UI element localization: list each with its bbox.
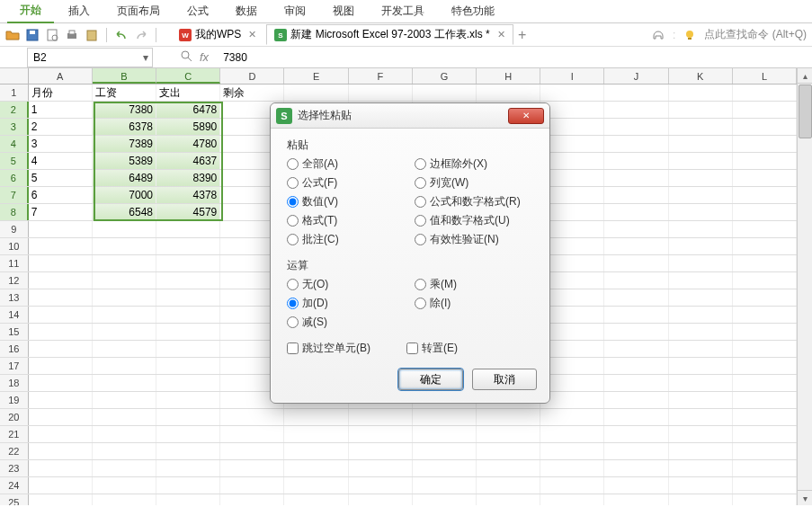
operation-group-label: 运算 [287, 258, 537, 273]
radio-comment[interactable]: 批注(C) [287, 232, 406, 247]
ok-button[interactable]: 确定 [398, 369, 463, 390]
radio-formula_numfmt[interactable]: 公式和数字格式(R) [415, 194, 533, 209]
skip-blank-checkbox[interactable]: 跳过空单元(B) [287, 341, 370, 356]
radio-value[interactable]: 数值(V) [287, 194, 406, 209]
radio-format[interactable]: 格式(T) [287, 213, 406, 228]
radio-validation[interactable]: 有效性验证(N) [415, 232, 533, 247]
radio-value_numfmt[interactable]: 值和数字格式(U) [415, 213, 533, 228]
cancel-button[interactable]: 取消 [472, 369, 537, 390]
dialog-titlebar[interactable]: S 选择性粘贴 ✕ [271, 103, 549, 129]
dialog-title: 选择性粘贴 [298, 108, 352, 123]
paste-special-dialog: S 选择性粘贴 ✕ 粘贴 全部(A)边框除外(X)公式(F)列宽(W)数值(V)… [270, 102, 550, 404]
radio-all[interactable]: 全部(A) [287, 156, 406, 172]
radio-formula[interactable]: 公式(F) [287, 175, 406, 191]
paste-options: 全部(A)边框除外(X)公式(F)列宽(W)数值(V)公式和数字格式(R)格式(… [283, 156, 537, 247]
transpose-checkbox[interactable]: 转置(E) [406, 341, 458, 356]
radio-div[interactable]: 除(I) [415, 296, 533, 311]
radio-mul[interactable]: 乘(M) [415, 277, 533, 292]
close-button[interactable]: ✕ [508, 108, 544, 124]
app-icon: S [276, 108, 292, 124]
radio-sub[interactable]: 减(S) [287, 315, 406, 330]
radio-none[interactable]: 无(O) [287, 277, 406, 292]
radio-colwidth[interactable]: 列宽(W) [415, 175, 533, 191]
dialog-overlay: S 选择性粘贴 ✕ 粘贴 全部(A)边框除外(X)公式(F)列宽(W)数值(V)… [0, 0, 812, 507]
radio-no_border[interactable]: 边框除外(X) [415, 156, 533, 172]
operation-options: 无(O)乘(M)加(D)除(I)减(S) [283, 277, 537, 330]
paste-group-label: 粘贴 [287, 138, 537, 153]
radio-add[interactable]: 加(D) [287, 296, 406, 311]
